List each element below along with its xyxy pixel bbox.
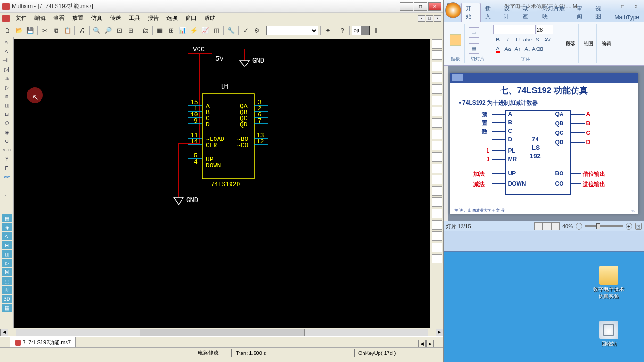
netanalyzer-tool[interactable]: ≋ <box>2 286 12 294</box>
help-button[interactable]: ? <box>337 25 347 36</box>
menu-edit[interactable]: 编辑 <box>31 13 50 23</box>
mixed-tool[interactable]: ⬡ <box>2 119 12 127</box>
strike-button[interactable]: abe <box>523 35 532 44</box>
normal-view-button[interactable] <box>534 222 543 230</box>
horizontal-scrollbar[interactable]: ◀ ▶ <box>0 328 443 336</box>
mcu-tool[interactable]: .com <box>2 173 12 181</box>
menu-reports[interactable]: 报告 <box>144 13 163 23</box>
oscilloscope-button[interactable]: ◫ <box>211 25 222 36</box>
tab-next[interactable]: ▶ <box>426 340 434 347</box>
pause-button[interactable]: ⏸ <box>371 25 381 36</box>
rf-tool[interactable]: Y <box>2 155 12 163</box>
paste-button[interactable] <box>449 28 462 53</box>
menu-help[interactable]: 帮助 <box>200 13 219 23</box>
bus-tool[interactable]: ≡ <box>2 181 12 190</box>
ppt-close-button[interactable]: ✕ <box>630 2 642 10</box>
logicanalyzer-icon[interactable] <box>432 130 442 139</box>
postprocessor-button[interactable]: ⚡ <box>189 25 199 36</box>
plotter-tool[interactable]: ▷ <box>2 259 12 267</box>
scroll-left-button[interactable]: ◀ <box>0 329 8 336</box>
power-tool[interactable]: ⊕ <box>2 137 12 145</box>
bode-icon[interactable] <box>432 96 442 105</box>
scope2-icon[interactable] <box>432 73 442 82</box>
cut-button[interactable]: ✂ <box>40 25 50 36</box>
database-button[interactable]: ⊞ <box>166 25 176 36</box>
indicator-tool[interactable]: ◉ <box>2 128 12 136</box>
mdi-minimize[interactable]: - <box>418 15 425 22</box>
tab-animation[interactable]: 动画 <box>519 3 537 22</box>
multimeter-icon[interactable] <box>432 39 442 49</box>
open-button[interactable]: 📂 <box>14 25 24 36</box>
slideshow-view-button[interactable] <box>551 222 560 230</box>
editing-button[interactable]: 编辑 <box>601 31 612 57</box>
zoom-fit-button[interactable]: ⊞ <box>125 25 136 36</box>
agilent-fg-icon[interactable] <box>432 197 442 207</box>
misc-tool[interactable]: MISC <box>2 146 12 154</box>
copy-button[interactable]: ⧉ <box>51 25 61 36</box>
fit-button[interactable]: ⊡ <box>635 223 642 230</box>
agilent-mm-icon[interactable] <box>432 209 442 218</box>
probe2-icon[interactable] <box>432 254 442 263</box>
funcgen-icon[interactable] <box>432 50 442 60</box>
misc-digital-tool[interactable]: ⊡ <box>2 110 12 118</box>
titlebar[interactable]: Multisim - [7_74LS192功能.ms7] — □ ✕ <box>0 0 443 13</box>
analog-tool[interactable]: ▷ <box>2 83 12 91</box>
shrink-font-button[interactable]: A↓ <box>523 45 532 53</box>
menu-transfer[interactable]: 传送 <box>106 13 125 23</box>
logic-tool[interactable]: ⬚ <box>2 277 12 285</box>
drawing-button[interactable]: 绘图 <box>583 31 594 57</box>
analysis-button[interactable]: 📈 <box>200 25 210 36</box>
mdi-restore[interactable]: □ <box>426 15 433 22</box>
zoom-out-button[interactable]: - <box>576 223 582 230</box>
zoom-slider[interactable] <box>585 225 623 227</box>
tab-view[interactable]: 视图 <box>591 3 610 22</box>
grow-font-button[interactable]: A↑ <box>513 45 522 53</box>
office-button[interactable] <box>445 2 461 18</box>
vmeter-tool[interactable]: ▤ <box>2 214 12 222</box>
minimize-button[interactable]: — <box>400 2 413 11</box>
tab-design[interactable]: 设计 <box>500 3 519 22</box>
desktop-folder[interactable]: 数字电子技术仿真实验 <box>592 266 625 300</box>
slide-area[interactable]: 七、74LS192 功能仿真 • 74LS192 为十进制加减计数器 74 LS… <box>444 66 644 221</box>
spectrum-tool[interactable]: ▦ <box>2 304 12 312</box>
scroll-right-button[interactable]: ▶ <box>436 329 443 336</box>
wordgen2-icon[interactable] <box>432 118 442 128</box>
zoom-in-button[interactable]: 🔍 <box>91 25 102 36</box>
tab-slideshow[interactable]: 幻灯片放映 <box>538 3 572 22</box>
paste-button[interactable]: 📋 <box>62 25 73 36</box>
clear-format-button[interactable]: A⌫ <box>533 45 542 53</box>
zoom-out-button[interactable]: 🔎 <box>103 25 113 36</box>
new-slide-button[interactable]: ▭ <box>469 27 479 38</box>
menu-tools[interactable]: 工具 <box>125 13 144 23</box>
menu-options[interactable]: 选项 <box>163 13 182 23</box>
scope4-icon[interactable] <box>432 84 442 94</box>
distortion2-icon[interactable] <box>432 164 442 173</box>
electromech-tool[interactable]: ⊓ <box>2 164 12 172</box>
spreadsheet-button[interactable]: ▦ <box>155 25 165 36</box>
distortion-tool[interactable]: 3D <box>2 295 12 303</box>
tab-review[interactable]: 审阅 <box>572 3 591 22</box>
transistor-tool[interactable]: ⟚ <box>2 74 12 82</box>
font-family-combo[interactable] <box>493 25 536 34</box>
scope-tool[interactable]: ◫ <box>2 250 12 258</box>
run-switch[interactable]: O|I <box>352 26 370 35</box>
component-button[interactable]: 🔧 <box>226 25 236 36</box>
desktop-recycle-bin[interactable]: 回收站 <box>592 321 625 347</box>
close-button[interactable]: ✕ <box>428 2 441 11</box>
counter-tool[interactable]: ⊞ <box>2 241 12 249</box>
new-button[interactable]: 🗋 <box>2 25 13 36</box>
schematic-canvas[interactable]: VCC 5V GND GND U1 74LS192D <box>14 37 430 328</box>
bold-button[interactable]: B <box>493 35 503 44</box>
ttl-tool[interactable]: ⧈ <box>2 92 12 100</box>
wizard-button[interactable]: ⚙ <box>252 25 262 36</box>
sorter-view-button[interactable] <box>543 222 551 230</box>
spacing-button[interactable]: AV <box>543 35 552 44</box>
zoom-area-button[interactable]: ⊡ <box>114 25 124 36</box>
menu-simulate[interactable]: 仿真 <box>87 13 106 23</box>
tab-insert[interactable]: 插入 <box>481 3 500 22</box>
ammeter-tool[interactable]: ◈ <box>2 223 12 231</box>
mdi-close[interactable]: × <box>434 15 441 22</box>
ppt-maximize-button[interactable]: □ <box>617 2 628 10</box>
file-tab[interactable]: 7_74LS192功能.ms7 <box>10 337 76 347</box>
hierarchy-button[interactable]: 🗂 <box>140 25 150 36</box>
